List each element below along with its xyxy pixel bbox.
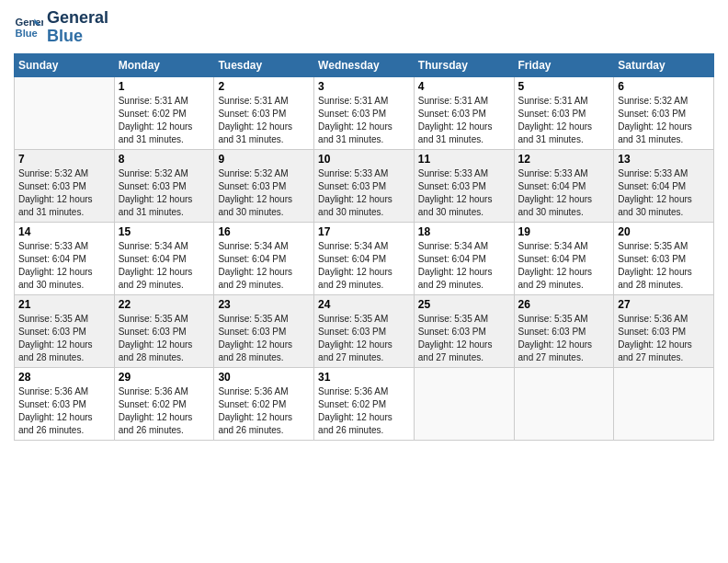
calendar-cell: 25Sunrise: 5:35 AM Sunset: 6:03 PM Dayli… — [414, 294, 514, 367]
calendar-cell: 20Sunrise: 5:35 AM Sunset: 6:03 PM Dayli… — [614, 222, 714, 294]
calendar-cell: 31Sunrise: 5:36 AM Sunset: 6:02 PM Dayli… — [314, 367, 415, 440]
calendar-cell: 15Sunrise: 5:34 AM Sunset: 6:04 PM Dayli… — [114, 222, 214, 294]
day-number: 26 — [518, 298, 610, 311]
day-number: 5 — [518, 80, 610, 93]
calendar-cell: 1Sunrise: 5:31 AM Sunset: 6:02 PM Daylig… — [114, 76, 214, 149]
logo-text: General Blue — [47, 9, 108, 46]
day-info: Sunrise: 5:34 AM Sunset: 6:04 PM Dayligh… — [318, 240, 410, 292]
calendar-week-row: 1Sunrise: 5:31 AM Sunset: 6:02 PM Daylig… — [15, 76, 714, 149]
day-number: 30 — [218, 371, 310, 384]
calendar-cell: 22Sunrise: 5:35 AM Sunset: 6:03 PM Dayli… — [114, 294, 214, 367]
day-number: 24 — [318, 298, 410, 311]
day-info: Sunrise: 5:34 AM Sunset: 6:04 PM Dayligh… — [119, 240, 210, 292]
day-info: Sunrise: 5:35 AM Sunset: 6:03 PM Dayligh… — [119, 313, 210, 364]
day-number: 7 — [18, 153, 110, 166]
day-info: Sunrise: 5:32 AM Sunset: 6:03 PM Dayligh… — [618, 95, 710, 146]
calendar-table: SundayMondayTuesdayWednesdayThursdayFrid… — [14, 53, 714, 441]
day-number: 2 — [218, 80, 310, 93]
day-info: Sunrise: 5:31 AM Sunset: 6:02 PM Dayligh… — [119, 95, 210, 146]
calendar-cell: 7Sunrise: 5:32 AM Sunset: 6:03 PM Daylig… — [15, 149, 115, 222]
calendar-cell: 11Sunrise: 5:33 AM Sunset: 6:03 PM Dayli… — [414, 149, 514, 222]
day-number: 25 — [418, 298, 510, 311]
calendar-cell: 18Sunrise: 5:34 AM Sunset: 6:04 PM Dayli… — [414, 222, 514, 294]
day-info: Sunrise: 5:32 AM Sunset: 6:03 PM Dayligh… — [119, 167, 210, 219]
day-info: Sunrise: 5:34 AM Sunset: 6:04 PM Dayligh… — [218, 240, 310, 292]
day-number: 29 — [119, 371, 210, 384]
day-number: 18 — [418, 225, 510, 238]
day-info: Sunrise: 5:31 AM Sunset: 6:03 PM Dayligh… — [218, 95, 310, 146]
day-info: Sunrise: 5:35 AM Sunset: 6:03 PM Dayligh… — [618, 240, 710, 292]
day-number: 27 — [618, 298, 710, 311]
day-number: 1 — [119, 80, 210, 93]
calendar-cell: 27Sunrise: 5:36 AM Sunset: 6:03 PM Dayli… — [614, 294, 714, 367]
dow-header: Friday — [514, 53, 614, 76]
day-number: 19 — [518, 225, 610, 238]
calendar-cell: 30Sunrise: 5:36 AM Sunset: 6:02 PM Dayli… — [214, 367, 314, 440]
days-of-week-row: SundayMondayTuesdayWednesdayThursdayFrid… — [15, 53, 714, 76]
calendar-cell: 6Sunrise: 5:32 AM Sunset: 6:03 PM Daylig… — [614, 76, 714, 149]
day-number: 3 — [318, 80, 410, 93]
day-info: Sunrise: 5:36 AM Sunset: 6:02 PM Dayligh… — [318, 385, 410, 437]
calendar-cell: 3Sunrise: 5:31 AM Sunset: 6:03 PM Daylig… — [314, 76, 415, 149]
day-number: 15 — [119, 225, 210, 238]
day-info: Sunrise: 5:33 AM Sunset: 6:03 PM Dayligh… — [418, 167, 510, 219]
day-number: 31 — [318, 371, 410, 384]
day-number: 28 — [18, 371, 110, 384]
calendar-cell: 8Sunrise: 5:32 AM Sunset: 6:03 PM Daylig… — [114, 149, 214, 222]
day-info: Sunrise: 5:33 AM Sunset: 6:04 PM Dayligh… — [18, 240, 110, 292]
day-info: Sunrise: 5:35 AM Sunset: 6:03 PM Dayligh… — [18, 313, 110, 364]
day-info: Sunrise: 5:35 AM Sunset: 6:03 PM Dayligh… — [218, 313, 310, 364]
calendar-cell — [414, 367, 514, 440]
day-info: Sunrise: 5:31 AM Sunset: 6:03 PM Dayligh… — [518, 95, 610, 146]
day-number: 11 — [418, 153, 510, 166]
calendar-cell: 4Sunrise: 5:31 AM Sunset: 6:03 PM Daylig… — [414, 76, 514, 149]
header: General Blue General Blue — [14, 9, 714, 46]
day-info: Sunrise: 5:36 AM Sunset: 6:03 PM Dayligh… — [618, 313, 710, 364]
day-info: Sunrise: 5:31 AM Sunset: 6:03 PM Dayligh… — [418, 95, 510, 146]
day-number: 20 — [618, 225, 710, 238]
calendar-cell — [15, 76, 115, 149]
calendar-cell: 19Sunrise: 5:34 AM Sunset: 6:04 PM Dayli… — [514, 222, 614, 294]
calendar-week-row: 21Sunrise: 5:35 AM Sunset: 6:03 PM Dayli… — [15, 294, 714, 367]
day-number: 13 — [618, 153, 710, 166]
logo: General Blue General Blue — [14, 9, 108, 46]
calendar-cell — [514, 367, 614, 440]
day-number: 17 — [318, 225, 410, 238]
calendar-cell: 5Sunrise: 5:31 AM Sunset: 6:03 PM Daylig… — [514, 76, 614, 149]
svg-text:Blue: Blue — [16, 27, 38, 38]
calendar-week-row: 28Sunrise: 5:36 AM Sunset: 6:03 PM Dayli… — [15, 367, 714, 440]
day-info: Sunrise: 5:31 AM Sunset: 6:03 PM Dayligh… — [318, 95, 410, 146]
day-number: 23 — [218, 298, 310, 311]
day-number: 16 — [218, 225, 310, 238]
logo-icon: General Blue — [14, 13, 43, 42]
dow-header: Saturday — [614, 53, 714, 76]
day-info: Sunrise: 5:33 AM Sunset: 6:03 PM Dayligh… — [318, 167, 410, 219]
calendar-cell: 26Sunrise: 5:35 AM Sunset: 6:03 PM Dayli… — [514, 294, 614, 367]
calendar-cell: 14Sunrise: 5:33 AM Sunset: 6:04 PM Dayli… — [15, 222, 115, 294]
day-number: 9 — [218, 153, 310, 166]
day-info: Sunrise: 5:33 AM Sunset: 6:04 PM Dayligh… — [618, 167, 710, 219]
calendar-cell: 2Sunrise: 5:31 AM Sunset: 6:03 PM Daylig… — [214, 76, 314, 149]
calendar-cell — [614, 367, 714, 440]
day-info: Sunrise: 5:36 AM Sunset: 6:03 PM Dayligh… — [18, 385, 110, 437]
calendar-week-row: 14Sunrise: 5:33 AM Sunset: 6:04 PM Dayli… — [15, 222, 714, 294]
calendar-week-row: 7Sunrise: 5:32 AM Sunset: 6:03 PM Daylig… — [15, 149, 714, 222]
day-info: Sunrise: 5:33 AM Sunset: 6:04 PM Dayligh… — [518, 167, 610, 219]
day-number: 4 — [418, 80, 510, 93]
calendar-cell: 13Sunrise: 5:33 AM Sunset: 6:04 PM Dayli… — [614, 149, 714, 222]
day-number: 6 — [618, 80, 710, 93]
day-number: 14 — [18, 225, 110, 238]
calendar-cell: 24Sunrise: 5:35 AM Sunset: 6:03 PM Dayli… — [314, 294, 415, 367]
day-info: Sunrise: 5:35 AM Sunset: 6:03 PM Dayligh… — [418, 313, 510, 364]
dow-header: Sunday — [15, 53, 115, 76]
day-info: Sunrise: 5:32 AM Sunset: 6:03 PM Dayligh… — [218, 167, 310, 219]
calendar-cell: 16Sunrise: 5:34 AM Sunset: 6:04 PM Dayli… — [214, 222, 314, 294]
dow-header: Thursday — [414, 53, 514, 76]
dow-header: Wednesday — [314, 53, 415, 76]
calendar-body: 1Sunrise: 5:31 AM Sunset: 6:02 PM Daylig… — [15, 76, 714, 440]
calendar-cell: 21Sunrise: 5:35 AM Sunset: 6:03 PM Dayli… — [15, 294, 115, 367]
day-number: 22 — [119, 298, 210, 311]
dow-header: Tuesday — [214, 53, 314, 76]
calendar-cell: 29Sunrise: 5:36 AM Sunset: 6:02 PM Dayli… — [114, 367, 214, 440]
day-info: Sunrise: 5:35 AM Sunset: 6:03 PM Dayligh… — [518, 313, 610, 364]
